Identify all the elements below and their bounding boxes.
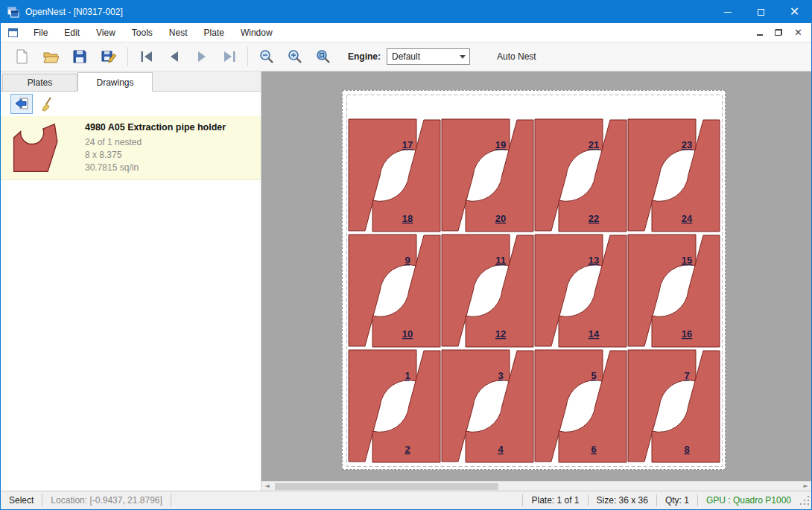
status-size: Size: 36 x 36 <box>589 495 656 506</box>
part-thumbnail <box>7 121 75 174</box>
status-qty: Qty: 1 <box>657 495 697 506</box>
nest-pair[interactable]: 34 <box>442 350 533 462</box>
horizontal-scrollbar[interactable]: ◄ ► <box>261 481 811 491</box>
status-plate: Plate: 1 of 1 <box>523 495 587 506</box>
menu-view[interactable]: View <box>88 24 124 42</box>
nav-prev-icon <box>166 48 183 65</box>
part-number: 22 <box>589 213 599 224</box>
status-gpu: GPU : Quadro P1000 <box>698 495 799 506</box>
zoom-in-button[interactable] <box>281 44 309 69</box>
part-number: 13 <box>589 255 599 266</box>
resize-grip[interactable] <box>799 491 811 509</box>
drawings-toolbar <box>1 92 261 116</box>
canvas-wrap: 171819202122232491011121314151612345678 … <box>261 71 811 491</box>
menu-plate[interactable]: Plate <box>196 24 232 42</box>
save-button[interactable] <box>65 44 94 69</box>
mdi-minimize-button[interactable] <box>757 34 763 36</box>
nest-pair[interactable]: 1112 <box>442 235 533 347</box>
menu-window[interactable]: Window <box>232 24 281 42</box>
drawing-title: 4980 A05 Extraction pipe holder <box>85 122 226 133</box>
main-area: Plates Drawings <box>1 71 811 491</box>
part-number: 7 <box>684 370 689 381</box>
nest-pair[interactable]: 1314 <box>535 235 627 347</box>
drawing-list-item[interactable]: 4980 A05 Extraction pipe holder 24 of 1 … <box>1 116 261 180</box>
engine-select[interactable]: Default <box>387 48 470 65</box>
maximize-button[interactable] <box>744 1 778 23</box>
part-number: 1 <box>405 370 410 381</box>
chevron-down-icon <box>460 55 466 59</box>
auto-nest-button[interactable]: Auto Nest <box>491 48 542 66</box>
open-folder-icon <box>42 48 59 65</box>
reload-drawing-button[interactable] <box>10 94 33 114</box>
drawing-nested-count: 24 of 1 nested <box>85 136 226 149</box>
part-number: 14 <box>589 328 600 340</box>
status-bar: Select Location: [-0.9437, 21.8796] Plat… <box>1 491 811 509</box>
nest-pair[interactable]: 56 <box>535 350 627 462</box>
nest-pair[interactable]: 1516 <box>628 235 720 347</box>
nav-last-icon <box>221 48 238 65</box>
part-number: 20 <box>495 213 506 224</box>
part-number: 15 <box>682 255 692 266</box>
nav-last-button[interactable] <box>215 44 243 69</box>
close-button[interactable]: ✕ <box>778 1 811 23</box>
new-button[interactable] <box>7 44 36 69</box>
part-number: 10 <box>402 328 413 340</box>
scroll-right-icon[interactable]: ► <box>800 482 811 491</box>
tab-drawings[interactable]: Drawings <box>77 72 153 92</box>
plate: 171819202122232491011121314151612345678 <box>342 90 726 470</box>
nest-pair[interactable]: 78 <box>628 350 720 462</box>
document-icon[interactable] <box>8 28 18 37</box>
nest-pair[interactable]: 2122 <box>535 119 627 232</box>
close-icon: ✕ <box>790 6 799 18</box>
part-number: 12 <box>495 328 506 340</box>
nest-canvas[interactable]: 171819202122232491011121314151612345678 <box>261 71 811 481</box>
mdi-restore-button[interactable] <box>775 29 782 36</box>
engine-label: Engine: <box>348 51 381 62</box>
app-icon <box>7 6 19 18</box>
part-number: 2 <box>405 444 410 455</box>
nav-prev-button[interactable] <box>160 44 188 69</box>
nest-pair[interactable]: 12 <box>349 350 440 462</box>
part-number: 4 <box>498 444 504 455</box>
scroll-left-icon[interactable]: ◄ <box>261 482 273 491</box>
open-button[interactable] <box>36 44 65 69</box>
nest-pair[interactable]: 910 <box>349 235 440 347</box>
part-number: 24 <box>682 213 693 224</box>
title-bar: OpenNest - [N0317-002] ✕ <box>1 1 811 23</box>
nav-next-icon <box>194 48 210 65</box>
part-number: 8 <box>684 444 689 455</box>
toolbar-separator <box>247 47 248 66</box>
nest-pair[interactable]: 1718 <box>349 119 440 232</box>
app-window: OpenNest - [N0317-002] ✕ File Edit View … <box>0 0 812 510</box>
zoom-fit-button[interactable] <box>309 44 337 69</box>
minimize-button[interactable] <box>711 1 744 23</box>
drawing-size: 8 x 8.375 <box>85 149 226 162</box>
clean-button[interactable] <box>37 94 59 114</box>
part-number: 18 <box>402 213 413 224</box>
nav-first-button[interactable] <box>133 44 160 69</box>
zoom-out-button[interactable] <box>253 44 281 69</box>
scrollbar-thumb[interactable] <box>275 483 498 490</box>
part-number: 16 <box>682 328 692 340</box>
broom-icon <box>39 96 56 112</box>
nest-pair[interactable]: 2324 <box>628 119 720 232</box>
sidebar: Plates Drawings <box>1 71 261 491</box>
menu-tools[interactable]: Tools <box>124 24 161 42</box>
save-icon <box>72 48 88 65</box>
save-edit-icon <box>101 48 117 65</box>
minimize-icon <box>724 12 732 13</box>
nav-next-button[interactable] <box>188 44 215 69</box>
tab-plates[interactable]: Plates <box>2 74 77 91</box>
mdi-close-button[interactable]: ✕ <box>794 28 802 37</box>
part-number: 9 <box>405 255 410 266</box>
part-number: 5 <box>591 370 596 381</box>
menu-file[interactable]: File <box>25 24 56 42</box>
drawing-area: 30.7815 sq/in <box>85 162 226 174</box>
nest-pair[interactable]: 1920 <box>442 119 533 232</box>
save-edit-button[interactable] <box>94 44 123 69</box>
part-number: 6 <box>591 444 596 455</box>
tab-strip: Plates Drawings <box>1 71 261 92</box>
menu-nest[interactable]: Nest <box>161 24 196 42</box>
zoom-out-icon <box>258 48 275 65</box>
menu-edit[interactable]: Edit <box>56 24 88 42</box>
